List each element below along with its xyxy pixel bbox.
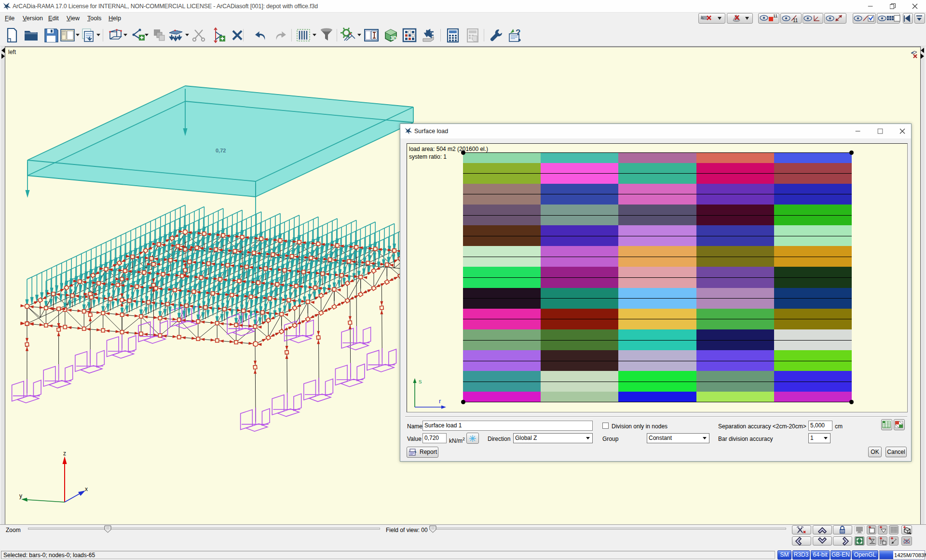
svg-text:0,72: 0,72 — [216, 148, 226, 153]
svg-text:3D: 3D — [390, 35, 397, 41]
svg-text:r: r — [439, 397, 441, 405]
svg-text:x: x — [85, 486, 88, 492]
svg-text:11: 11 — [773, 14, 777, 18]
svg-text:11: 11 — [793, 18, 798, 23]
svg-text:s: s — [419, 378, 422, 385]
svg-text:z: z — [63, 450, 66, 457]
svg-text:y: y — [19, 492, 22, 499]
svg-text:?: ? — [516, 28, 520, 37]
